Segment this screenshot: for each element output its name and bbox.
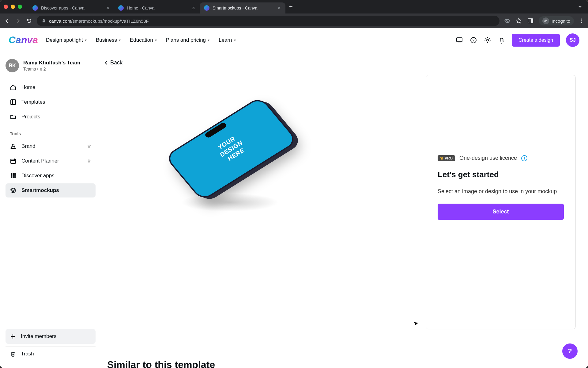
address-bar[interactable]: canva.com/smartmockups/mockup/VaTILZ6n58… xyxy=(37,16,499,26)
invite-members-button[interactable]: Invite members xyxy=(6,329,96,344)
back-button[interactable] xyxy=(4,17,10,24)
mockup-preview: YOUR DESIGN HERE xyxy=(162,98,309,212)
chevron-down-icon: ▾ xyxy=(234,38,236,42)
svg-rect-14 xyxy=(11,173,12,175)
side-panel-icon[interactable] xyxy=(527,17,534,24)
canva-logo[interactable]: Canva xyxy=(9,34,38,46)
sidebar-item-templates[interactable]: Templates xyxy=(6,95,96,109)
team-switcher[interactable]: RK Ramy Khuffash's Team Teams • ⌾ 2 xyxy=(6,59,96,72)
sidebar-item-label: Templates xyxy=(21,99,45,105)
trash-label: Trash xyxy=(21,351,34,357)
chevron-down-icon: ▾ xyxy=(208,38,209,42)
tab-label: Smartmockups - Canva xyxy=(213,6,274,10)
window-controls[interactable] xyxy=(4,5,22,9)
home-icon xyxy=(10,84,17,91)
bookmark-star-icon[interactable] xyxy=(515,17,522,24)
url-domain: canva.com xyxy=(49,18,71,24)
sidebar-item-discover-apps[interactable]: Discover apps xyxy=(6,169,96,183)
invite-label: Invite members xyxy=(21,333,56,339)
svg-point-5 xyxy=(581,18,582,19)
pro-badge: ♛PRO xyxy=(438,155,455,161)
close-tab-icon[interactable]: ✕ xyxy=(277,6,281,10)
lock-icon xyxy=(42,19,46,23)
info-icon[interactable]: i xyxy=(521,155,527,161)
close-tab-icon[interactable]: ✕ xyxy=(192,6,195,10)
incognito-indicator[interactable]: Incognito xyxy=(539,16,574,25)
plus-icon xyxy=(10,333,16,339)
sidebar-item-label: Projects xyxy=(21,114,40,120)
svg-rect-20 xyxy=(11,177,12,178)
svg-point-11 xyxy=(487,39,488,41)
svg-rect-12 xyxy=(11,100,16,105)
close-window-icon[interactable] xyxy=(4,5,8,9)
templates-icon xyxy=(10,99,17,105)
incognito-icon xyxy=(542,17,549,24)
apps-grid-icon xyxy=(10,172,17,179)
stack-icon xyxy=(10,187,17,194)
nav-plans-pricing[interactable]: Plans and pricing▾ xyxy=(166,37,209,43)
nav-business[interactable]: Business▾ xyxy=(96,37,121,43)
similar-heading: Similar to this template xyxy=(107,359,215,368)
tab-strip: Discover apps - Canva ✕ Home - Canva ✕ S… xyxy=(28,0,584,13)
back-button[interactable]: Back xyxy=(104,59,123,66)
licence-text: One-design use licence xyxy=(459,155,517,161)
chevron-down-icon: ▾ xyxy=(119,38,121,42)
canva-favicon-icon xyxy=(204,5,209,11)
canva-favicon-icon xyxy=(32,5,38,11)
team-name: Ramy Khuffash's Team xyxy=(23,60,80,66)
back-label: Back xyxy=(110,59,123,66)
new-tab-button[interactable]: + xyxy=(289,3,293,10)
desktop-app-icon[interactable] xyxy=(455,36,463,44)
select-button[interactable]: Select xyxy=(438,204,564,220)
svg-point-3 xyxy=(545,21,546,22)
sidebar-item-projects[interactable]: Projects xyxy=(6,110,96,124)
nav-design-spotlight[interactable]: Design spotlight▾ xyxy=(46,37,87,43)
nav-learn[interactable]: Learn▾ xyxy=(219,37,236,43)
reload-button[interactable] xyxy=(26,17,32,24)
nav-education[interactable]: Education▾ xyxy=(130,37,157,43)
phone-notch-icon xyxy=(204,122,227,139)
sidebar-item-brand[interactable]: Brand ♛ xyxy=(6,139,96,153)
sidebar-item-label: Content Planner xyxy=(21,158,59,164)
maximize-window-icon[interactable] xyxy=(18,5,22,9)
sidebar-item-smartmockups[interactable]: Smartmockups xyxy=(6,183,96,197)
sidebar-item-home[interactable]: Home xyxy=(6,80,96,94)
kebab-menu-icon[interactable] xyxy=(579,18,584,24)
help-fab-button[interactable]: ? xyxy=(562,343,578,359)
chevron-left-icon xyxy=(104,61,108,65)
user-avatar[interactable]: SJ xyxy=(566,33,579,47)
svg-rect-13 xyxy=(11,159,16,163)
tab-smartmockups[interactable]: Smartmockups - Canva ✕ xyxy=(200,2,285,13)
app-header: Canva Design spotlight▾ Business▾ Educat… xyxy=(0,28,588,52)
chevron-down-icon: ▾ xyxy=(155,38,157,42)
tab-label: Discover apps - Canva xyxy=(41,6,103,10)
svg-rect-18 xyxy=(13,175,14,177)
tab-discover-apps[interactable]: Discover apps - Canva ✕ xyxy=(28,2,114,13)
svg-rect-19 xyxy=(14,175,16,177)
calendar-icon xyxy=(10,158,17,164)
sidebar-item-trash[interactable]: Trash xyxy=(6,346,96,361)
minimize-window-icon[interactable] xyxy=(11,5,15,9)
eye-off-icon[interactable] xyxy=(504,17,511,24)
tab-label: Home - Canva xyxy=(127,6,189,10)
sidebar-item-label: Discover apps xyxy=(21,173,55,179)
chevron-down-icon: ▾ xyxy=(85,38,87,42)
create-design-button[interactable]: Create a design xyxy=(512,34,560,47)
svg-point-4 xyxy=(546,21,547,22)
tab-list-button[interactable] xyxy=(578,4,582,9)
sidebar-item-content-planner[interactable]: Content Planner ♛ xyxy=(6,154,96,168)
canva-favicon-icon xyxy=(118,5,124,11)
notifications-bell-icon[interactable] xyxy=(498,36,506,44)
trash-icon xyxy=(10,351,16,357)
forward-button[interactable] xyxy=(15,17,21,24)
brand-icon xyxy=(10,143,17,150)
tab-home[interactable]: Home - Canva ✕ xyxy=(114,2,200,13)
sidebar-item-label: Brand xyxy=(21,143,35,149)
team-avatar: RK xyxy=(6,59,19,72)
svg-point-7 xyxy=(581,22,582,23)
crown-icon: ♛ xyxy=(87,144,91,149)
settings-gear-icon[interactable] xyxy=(484,36,492,44)
sidebar-heading-tools: Tools xyxy=(10,131,96,136)
help-icon[interactable]: ? xyxy=(469,36,477,44)
close-tab-icon[interactable]: ✕ xyxy=(106,6,110,10)
